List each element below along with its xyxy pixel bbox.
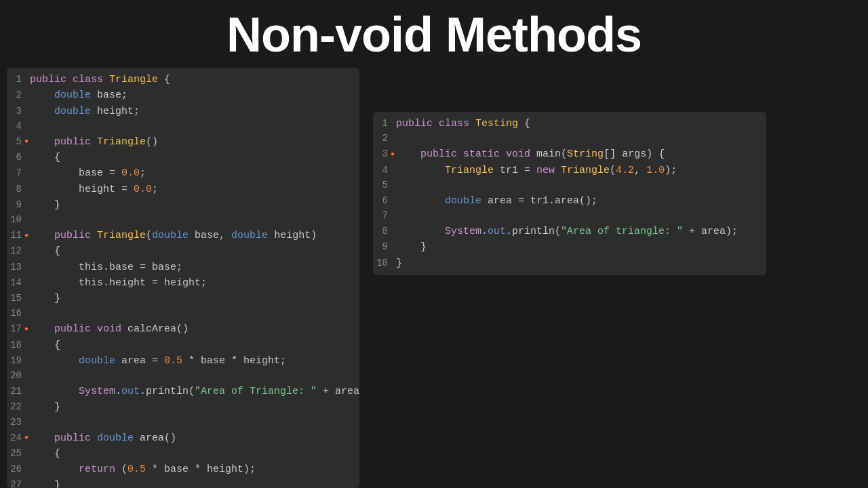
breakpoint-dot: ●	[391, 149, 395, 160]
code-line: 8 System.out.println("Area of triangle: …	[373, 224, 766, 239]
code-content: System.out.println("Area of triangle: " …	[392, 224, 766, 239]
code-line: 12 {	[7, 243, 359, 259]
code-line: 1public class Testing {	[373, 116, 766, 131]
code-line: 4 Triangle tr1 = new Triangle(4.2, 1.0);	[373, 163, 766, 178]
code-content: }	[392, 239, 766, 255]
breakpoint-dot: ●	[24, 137, 28, 148]
code-content: }	[26, 197, 359, 213]
code-line: 6 {	[7, 150, 359, 165]
code-line: 26 return (0.5 * base * height);	[7, 462, 359, 477]
code-line: 27 }	[7, 477, 359, 488]
left-code-panel: 1public class Triangle {2 double base;3 …	[7, 68, 359, 488]
code-line: 17● public void calcArea()	[7, 321, 359, 337]
page-title: Non-void Methods	[0, 0, 868, 68]
code-line: 3 double height;	[7, 104, 359, 119]
code-line: 19 double area = 0.5 * base * height;	[7, 353, 359, 369]
code-content: Triangle tr1 = new Triangle(4.2, 1.0);	[392, 163, 766, 178]
code-content: System.out.println("Area of Triangle: " …	[26, 384, 359, 399]
code-line: 21 System.out.println("Area of Triangle:…	[7, 384, 359, 399]
code-content: public class Triangle {	[26, 72, 359, 87]
code-line: 11● public Triangle(double base, double …	[7, 228, 359, 243]
code-content: public static void main(String[] args) {	[392, 146, 766, 162]
code-line: 10	[7, 213, 359, 228]
code-line: 23	[7, 415, 359, 430]
code-content: public double area()	[26, 430, 359, 446]
code-line: 20	[7, 369, 359, 384]
code-content: double area = tr1.area();	[392, 193, 766, 209]
code-line: 13 this.base = base;	[7, 260, 359, 275]
breakpoint-dot: ●	[24, 432, 28, 443]
code-line: 10}	[373, 256, 766, 271]
code-line: 8 height = 0.0;	[7, 182, 359, 197]
right-code-panel: 1public class Testing {23● public static…	[373, 112, 766, 275]
code-content: return (0.5 * base * height);	[26, 462, 359, 477]
breakpoint-dot: ●	[24, 230, 28, 241]
code-content: public Triangle(double base, double heig…	[26, 228, 359, 243]
code-content: this.height = height;	[26, 275, 359, 291]
code-line: 9 }	[7, 197, 359, 213]
code-line: 9 }	[373, 239, 766, 255]
code-content: base = 0.0;	[26, 165, 359, 181]
code-line: 3● public static void main(String[] args…	[373, 146, 766, 162]
code-line: 1public class Triangle {	[7, 72, 359, 87]
code-content: public Triangle()	[26, 134, 359, 150]
code-line: 14 this.height = height;	[7, 275, 359, 291]
code-line: 25 {	[7, 446, 359, 462]
code-line: 15 }	[7, 291, 359, 306]
code-content: public void calcArea()	[26, 321, 359, 337]
code-content: {	[26, 150, 359, 165]
code-line: 18 {	[7, 338, 359, 353]
code-content: double base;	[26, 87, 359, 103]
code-line: 2	[373, 131, 766, 146]
code-line: 6 double area = tr1.area();	[373, 193, 766, 209]
code-content: }	[26, 399, 359, 415]
code-content: }	[26, 291, 359, 306]
code-content: double height;	[26, 104, 359, 119]
code-content: {	[26, 243, 359, 259]
breakpoint-dot: ●	[24, 324, 28, 335]
code-line: 4	[7, 119, 359, 134]
code-line: 2 double base;	[7, 87, 359, 103]
code-content: double area = 0.5 * base * height;	[26, 353, 359, 369]
code-line: 7 base = 0.0;	[7, 165, 359, 181]
code-content: public class Testing {	[392, 116, 766, 131]
code-line: 7	[373, 209, 766, 224]
code-content: }	[392, 256, 766, 271]
code-content: }	[26, 477, 359, 488]
code-line: 24● public double area()	[7, 430, 359, 446]
code-line: 5	[373, 178, 766, 193]
code-line: 5● public Triangle()	[7, 134, 359, 150]
code-content: this.base = base;	[26, 260, 359, 275]
code-content: {	[26, 338, 359, 353]
code-content: {	[26, 446, 359, 462]
code-line: 22 }	[7, 399, 359, 415]
code-content: height = 0.0;	[26, 182, 359, 197]
code-line: 16	[7, 306, 359, 321]
